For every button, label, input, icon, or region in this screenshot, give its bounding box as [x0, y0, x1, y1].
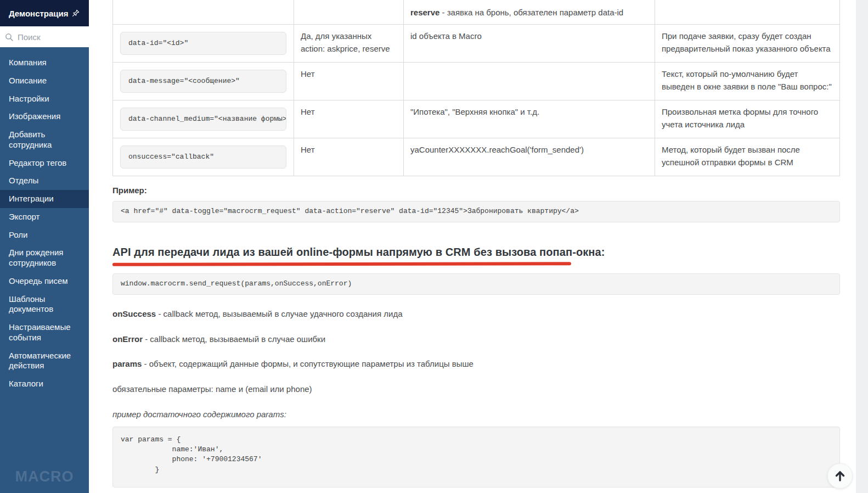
sidebar-item-auto-actions[interactable]: Автоматические действия	[0, 347, 89, 376]
search-input[interactable]	[18, 32, 83, 42]
sidebar-item-custom-events[interactable]: Настраиваемые события	[0, 318, 89, 347]
value-cell: "Ипотека", "Верхняя кнопка" и т.д.	[404, 100, 655, 138]
table-row: reserve - заявка на бронь, обязателен па…	[113, 0, 840, 24]
sidebar-item-images[interactable]: Изображения	[0, 108, 89, 126]
company-title: Демонстрация	[9, 9, 69, 18]
param-code: data-message="<сообщение>"	[120, 70, 286, 93]
param-cell	[113, 0, 294, 24]
description-cell: Метод, который будет вызван после успешн…	[655, 138, 840, 176]
sidebar-item-integrations[interactable]: Интеграции	[0, 190, 89, 208]
description-cell: При подаче заявки, сразу будет создан пр…	[655, 24, 840, 62]
value-cell: yaCounterXXXXXXX.reachGoal('form_sended'…	[404, 138, 655, 176]
code-example-link: <a href="#" data-toggle="macrocrm_reques…	[112, 201, 840, 222]
value-text: - заявка на бронь, обязателен параметр d…	[439, 8, 623, 17]
main-content: reserve - заявка на бронь, обязателен па…	[89, 0, 868, 493]
sidebar-search	[0, 26, 89, 47]
table-row: data-id="<id>" Да, для указанных action:…	[113, 24, 840, 62]
arrow-up-icon	[833, 469, 847, 483]
table-row: onsuccess="callback" Нет yaCounterXXXXXX…	[113, 138, 840, 176]
value-term: reserve	[410, 8, 439, 17]
sidebar-item-export[interactable]: Экспорт	[0, 208, 89, 226]
value-cell: id объекта в Macro	[404, 24, 655, 62]
param-code: data-id="<id>"	[120, 32, 286, 55]
sidebar-nav: Компания Описание Настройки Изображения …	[0, 47, 89, 468]
sidebar-item-doc-templates[interactable]: Шаблоны документов	[0, 290, 89, 319]
sidebar: Демонстрация Компания Описание Настройки…	[0, 0, 89, 493]
sidebar-item-add-employee[interactable]: Добавить сотрудника	[0, 126, 89, 154]
params-text: - объект, содержащий данные формы, и соп…	[142, 359, 473, 368]
onerror-term: onError	[112, 334, 143, 344]
sidebar-header: Демонстрация	[0, 0, 89, 26]
required-params-note: обязательные параметры: name и (email ил…	[112, 383, 840, 395]
required-cell: Да, для указанных action: askprice, rese…	[294, 24, 404, 62]
required-cell: Нет	[294, 62, 404, 100]
onerror-description: onError - callback метод, вызываемый в с…	[112, 333, 840, 345]
table-row: data-message="<сообщение>" Нет Текст, ко…	[113, 62, 840, 100]
api-section-heading: API для передачи лида из вашей online-фо…	[112, 246, 840, 259]
param-cell: data-id="<id>"	[113, 24, 294, 62]
code-send-request: window.macrocrm.send_request(params,onSu…	[112, 273, 840, 295]
param-code: onsuccess="callback"	[120, 145, 286, 169]
sidebar-item-tag-editor[interactable]: Редактор тегов	[0, 154, 89, 172]
macro-logo: MACRO	[0, 468, 89, 493]
onerror-text: - callback метод, вызываемый в случае ош…	[143, 334, 325, 344]
description-cell: Произвольная метка формы для точного уче…	[655, 100, 840, 138]
param-cell: data-channel_medium="<название формы>"	[113, 100, 294, 138]
params-term: params	[112, 359, 142, 368]
param-cell: data-message="<сообщение>"	[113, 62, 294, 100]
params-description: params - объект, содержащий данные формы…	[112, 358, 840, 370]
required-cell: Нет	[294, 100, 404, 138]
sidebar-item-settings[interactable]: Настройки	[0, 90, 89, 108]
search-icon	[4, 32, 14, 42]
scroll-to-top-button[interactable]	[827, 463, 853, 489]
description-cell: Текст, который по-умолчанию будет выведе…	[655, 62, 840, 100]
sidebar-item-mail-queue[interactable]: Очередь писем	[0, 272, 89, 290]
onsuccess-description: onSuccess - callback метод, вызываемый в…	[112, 308, 840, 320]
sidebar-item-departments[interactable]: Отделы	[0, 172, 89, 190]
param-code: data-channel_medium="<название формы>"	[120, 108, 286, 131]
param-cell: onsuccess="callback"	[113, 138, 294, 176]
table-row: data-channel_medium="<название формы>" Н…	[113, 100, 840, 138]
sidebar-item-birthdays[interactable]: Дни рождения сотрудников	[0, 244, 89, 272]
example-label: Пример:	[112, 186, 840, 195]
required-cell	[294, 0, 404, 24]
page-right-gutter	[856, 0, 868, 493]
required-cell: Нет	[294, 138, 404, 176]
pin-icon[interactable]	[70, 8, 81, 19]
sidebar-item-roles[interactable]: Роли	[0, 226, 89, 244]
code-params-simple: var params = { name:'Иван', phone: '+790…	[112, 427, 840, 488]
simple-example-caption: пример достаточного содержимого params:	[112, 408, 840, 421]
onsuccess-text: - callback метод, вызываемый в случае уд…	[156, 309, 402, 318]
api-params-table: reserve - заявка на бронь, обязателен па…	[112, 0, 840, 176]
value-cell	[404, 62, 655, 100]
sidebar-item-description[interactable]: Описание	[0, 72, 89, 90]
sidebar-item-company[interactable]: Компания	[0, 54, 89, 72]
onsuccess-term: onSuccess	[112, 309, 156, 318]
description-cell	[655, 0, 840, 24]
heading-red-underline	[112, 262, 571, 266]
sidebar-item-catalogs[interactable]: Каталоги	[0, 375, 89, 393]
value-cell: reserve - заявка на бронь, обязателен па…	[404, 0, 655, 24]
